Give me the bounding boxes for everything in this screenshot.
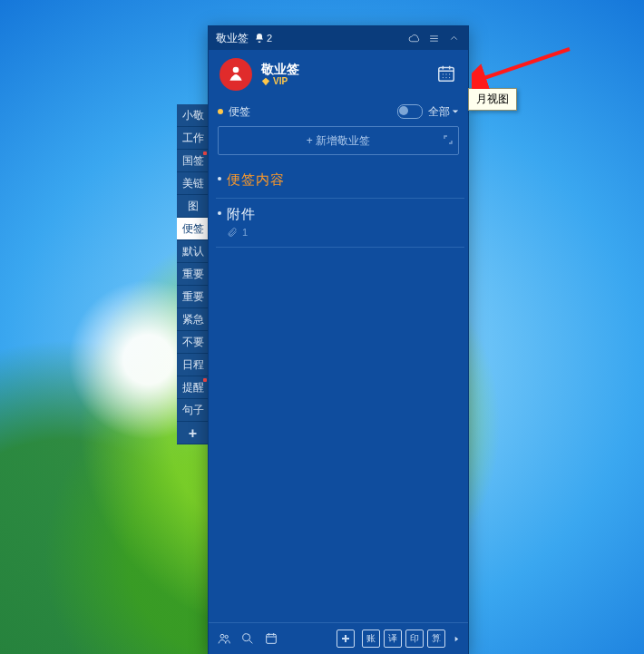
- add-button[interactable]: [337, 630, 355, 648]
- svg-point-7: [220, 634, 224, 638]
- note-text: 便签内容: [227, 171, 285, 189]
- sidebar-tab[interactable]: 重要: [177, 286, 209, 308]
- svg-point-6: [449, 77, 450, 78]
- bullet-icon: [218, 211, 221, 215]
- calendar-tooltip: 月视图: [468, 88, 517, 111]
- note-entry[interactable]: 附件1: [216, 199, 464, 248]
- svg-point-2: [445, 73, 446, 74]
- user-header: 敬业签 VIP: [209, 50, 468, 99]
- sidebar-tab[interactable]: 默认: [177, 240, 209, 263]
- sidebar-tabs: 小敬工作国签美链图便签默认重要重要紧急不要日程提醒句子+: [177, 104, 209, 444]
- note-list: 便签内容附件1: [209, 164, 468, 622]
- sidebar-tab[interactable]: 不要: [177, 331, 209, 354]
- contacts-icon[interactable]: [216, 630, 232, 647]
- sidebar-tab-add[interactable]: +: [177, 422, 209, 444]
- attachment-count: 1: [242, 227, 248, 238]
- svg-point-5: [445, 77, 446, 78]
- toolbar-square-button[interactable]: 算: [427, 630, 445, 648]
- add-note-placeholder: + 新增敬业签: [307, 133, 370, 149]
- calendar-month-view-button[interactable]: [434, 61, 459, 86]
- app-title: 敬业签: [216, 31, 249, 46]
- svg-point-9: [243, 634, 250, 641]
- tab-indicator-icon: [203, 378, 207, 382]
- note-entry[interactable]: 便签内容: [216, 164, 464, 199]
- notification-badge[interactable]: 2: [254, 33, 272, 44]
- vip-badge: VIP: [261, 76, 299, 87]
- bullet-icon: [218, 177, 221, 181]
- collapse-icon[interactable]: [446, 31, 461, 45]
- more-caret-icon[interactable]: [453, 635, 461, 643]
- sidebar-tab[interactable]: 美链: [177, 172, 209, 195]
- sidebar-tab[interactable]: 便签: [177, 218, 209, 240]
- svg-point-8: [225, 635, 228, 638]
- diamond-icon: [261, 77, 270, 86]
- svg-point-3: [449, 73, 450, 74]
- sidebar-tab[interactable]: 图: [177, 195, 209, 218]
- toolbar-square-button[interactable]: 印: [405, 630, 424, 648]
- sidebar-tab[interactable]: 紧急: [177, 308, 209, 331]
- sidebar-tab[interactable]: 重要: [177, 263, 209, 286]
- expand-icon[interactable]: [444, 134, 453, 147]
- bottom-toolbar: 账译印算: [209, 622, 468, 654]
- app-window: 敬业签 2 敬业签 VIP: [208, 25, 469, 654]
- section-filter[interactable]: 全部: [428, 104, 459, 120]
- sidebar-tab[interactable]: 句子: [177, 399, 209, 422]
- section-header: 便签 全部: [209, 99, 468, 124]
- attachment-indicator[interactable]: 1: [218, 227, 461, 238]
- svg-point-1: [443, 73, 444, 74]
- svg-point-4: [443, 77, 444, 78]
- section-toggle[interactable]: [397, 104, 423, 119]
- cloud-sync-icon[interactable]: [406, 31, 421, 45]
- titlebar: 敬业签 2: [209, 26, 468, 50]
- add-note-input[interactable]: + 新增敬业签: [218, 126, 459, 155]
- tab-indicator-icon: [203, 151, 207, 155]
- section-dot-icon: [218, 109, 223, 114]
- svg-rect-10: [267, 634, 277, 643]
- search-icon[interactable]: [239, 630, 256, 647]
- paperclip-icon: [227, 227, 238, 238]
- sidebar-tab[interactable]: 工作: [177, 127, 209, 150]
- sidebar-tab[interactable]: 提醒: [177, 376, 209, 399]
- calendar-icon: [436, 63, 456, 83]
- menu-icon[interactable]: [426, 31, 441, 45]
- toolbar-square-button[interactable]: 译: [384, 630, 402, 648]
- user-name: 敬业签: [261, 62, 299, 77]
- sidebar-tab[interactable]: 日程: [177, 354, 209, 376]
- calendar-small-icon[interactable]: [263, 630, 279, 647]
- toolbar-square-button[interactable]: 账: [362, 630, 380, 648]
- avatar[interactable]: [220, 58, 252, 91]
- note-text: 附件: [227, 206, 256, 223]
- sidebar-tab[interactable]: 小敬: [177, 104, 209, 127]
- section-title: 便签: [229, 104, 250, 120]
- notification-count: 2: [267, 33, 272, 44]
- sidebar-tab[interactable]: 国签: [177, 150, 209, 172]
